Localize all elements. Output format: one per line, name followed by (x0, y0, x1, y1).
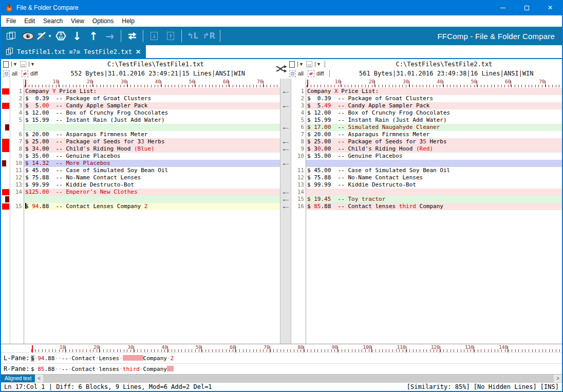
right-editor[interactable]: Company X Price List:$ 0.39 -- Package o… (306, 88, 562, 344)
right-text-line-1[interactable]: Company X Price List: (306, 88, 562, 95)
restore-left-button[interactable]: ↰L (184, 28, 201, 44)
right-text-line-11[interactable]: $ 45.00 -- Case of Simulated Soy Bean Oi… (306, 167, 562, 174)
tab-compare-testfiles[interactable]: TestFile1.txt ≡?≡ TestFile2.txt ✕ (1, 45, 146, 58)
diff-map-block[interactable] (2, 88, 9, 95)
menu-edit[interactable]: Edit (20, 16, 39, 26)
open-file-dropdown-icon[interactable]: ▼ (11, 62, 17, 67)
text-segment: $ 35.00 -- Genuine Placebos (307, 153, 402, 159)
toolbar-separator (143, 30, 143, 42)
right-text-line-7[interactable]: $ 20.00 -- Asparagus Firmness Meter (306, 131, 562, 138)
left-text-line-15[interactable]: $ 94.88 -- Contact Lenses Company 2 (24, 203, 280, 210)
next-difference-button[interactable]: ↓ (69, 28, 85, 44)
save-result-left-button[interactable]: ↓ (146, 28, 162, 44)
left-text-line-2[interactable]: $ 0.39 -- Package of Groat Clusters (24, 95, 280, 102)
merge-left-arrow-icon[interactable]: ← (278, 145, 293, 153)
diff-map-block[interactable] (2, 139, 9, 152)
diff-map-block[interactable] (2, 103, 9, 109)
save-file-dropdown-icon[interactable]: ▼ (29, 62, 35, 67)
diff-map-block[interactable] (2, 203, 9, 210)
diff-map-block[interactable] (2, 160, 6, 166)
merge-left-arrow-icon[interactable]: ← (278, 102, 293, 109)
save-file-dropdown-icon-right[interactable]: ▼ (315, 62, 321, 67)
new-file-icon-right[interactable] (289, 61, 295, 68)
save-result-right-button[interactable]: ↑ (162, 28, 179, 44)
right-text-line-gap[interactable] (306, 160, 562, 167)
merge-left-arrow-icon[interactable]: ← (278, 189, 293, 196)
right-text-line-10[interactable]: $ 35.00 -- Genuine Placebos (306, 153, 562, 160)
left-text-line-6[interactable]: $ 20.00 -- Asparagus Firmness Meter (24, 131, 280, 138)
diff-map-block[interactable] (5, 196, 9, 202)
menu-search[interactable]: Search (39, 16, 67, 26)
view-filter-button[interactable] (20, 28, 36, 44)
menu-help[interactable]: Help (118, 16, 139, 26)
menu-options[interactable]: Options (88, 16, 118, 26)
left-text-line-8[interactable]: $ 34.00 -- Child's Riding Hood (Blue) (24, 145, 280, 153)
show-all-checkbox-left[interactable] (3, 70, 10, 77)
merge-left-arrow-icon[interactable]: ← (278, 196, 293, 203)
open-compare-button[interactable] (3, 28, 20, 44)
diff-overview-map[interactable] (1, 88, 10, 344)
right-text-line-12[interactable]: $ 75.88 -- No-Name Contact Lenses (306, 174, 562, 181)
scroll-left-button[interactable]: < (35, 375, 44, 382)
detail-text-segment: · (167, 355, 171, 362)
hide-unchanged-button[interactable]: ▼ (36, 28, 52, 44)
swap-panes-button[interactable] (276, 59, 287, 79)
hex-compare-button[interactable]: HEX (52, 28, 69, 44)
text-segment: $ 45.00 -- Case of Simulated Soy Bean Oi… (25, 167, 168, 174)
right-text-line-13[interactable]: $ 99.99 -- Kiddie Destructo-Bot (306, 181, 562, 189)
maximize-button[interactable] (515, 0, 538, 15)
save-file-icon-right[interactable] (306, 61, 312, 67)
restore-right-button[interactable]: ↱R (201, 28, 217, 44)
left-text-line-10[interactable]: $ 14.32 -- More Placebos (24, 160, 280, 167)
merge-left-arrow-icon[interactable]: ← (278, 160, 293, 167)
diff-map-block[interactable] (2, 189, 9, 195)
left-text-line-14[interactable]: $125.00 -- Emperor's New Clothes (24, 189, 280, 196)
right-text-line-6[interactable]: $ 17.00 -- Simulated Naugahyde Cleaner (306, 124, 562, 131)
left-text-line-gap[interactable] (24, 124, 280, 131)
right-text-line-5[interactable]: $ 15.99 -- Instant Rain (Just Add Water) (306, 117, 562, 124)
right-text-line-16[interactable]: $ 85.88 -- Contact lenses third Company (306, 203, 562, 210)
new-file-icon[interactable] (3, 61, 9, 68)
aligned-text-tab[interactable]: Aligned text (1, 375, 35, 382)
left-text-line-4[interactable]: $ 12.00 -- Box of Crunchy Frog Chocolate… (24, 109, 280, 117)
recompare-button[interactable] (124, 28, 140, 44)
right-text-line-14[interactable] (306, 189, 562, 196)
left-text-line-1[interactable]: Company Y Price List: (24, 88, 280, 95)
right-text-line-2[interactable]: $ 0.39 -- Package of Groat Clusters (306, 95, 562, 102)
merge-left-arrow-icon[interactable]: ← (278, 88, 293, 95)
left-text-line-9[interactable]: $ 35.00 -- Genuine Placebos (24, 153, 280, 160)
save-file-icon[interactable] (20, 61, 26, 67)
left-text-line-7[interactable]: $ 25.00 -- Package of Seeds for 33 Herbs (24, 138, 280, 145)
merge-left-arrow-icon[interactable]: ← (278, 138, 293, 145)
tab-close-icon[interactable]: ✕ (136, 48, 141, 55)
right-text-line-8[interactable]: $ 25.00 -- Package of Seeds for 35 Herbs (306, 138, 562, 145)
diff-map-block[interactable] (5, 124, 9, 130)
left-text-line-5[interactable]: $ 15.99 -- Instant Rain (Just Add Water) (24, 117, 280, 124)
scrollbar-track[interactable] (44, 375, 553, 382)
show-all-checkbox-right[interactable] (289, 70, 296, 77)
merge-left-arrow-icon[interactable]: ← (278, 124, 293, 131)
goto-difference-button[interactable]: → (102, 28, 118, 44)
scroll-right-button[interactable]: > (553, 375, 562, 382)
dropdown-caret-icon[interactable]: ▼ (48, 34, 52, 39)
minimize-button[interactable] (491, 0, 515, 15)
show-diff-checkbox-left[interactable]: ≠ (22, 70, 28, 77)
show-diff-checkbox-right[interactable]: ≠ (308, 70, 314, 77)
menu-view[interactable]: View (67, 16, 88, 26)
left-editor[interactable]: Company Y Price List:$ 0.39 -- Package o… (24, 88, 280, 344)
open-file-dropdown-icon-right[interactable]: ▼ (297, 62, 304, 67)
close-button[interactable]: ✕ (538, 0, 562, 15)
right-text-line-4[interactable]: $ 12.00 -- Box of Crunchy Frog Chocolate… (306, 109, 562, 117)
detail-text-segment: -- (62, 355, 68, 362)
left-text-line-11[interactable]: $ 45.00 -- Case of Simulated Soy Bean Oi… (24, 167, 280, 174)
right-text-line-15[interactable]: $ 19.45 -- Toy tractor (306, 196, 562, 203)
merge-left-arrow-icon[interactable]: ← (278, 203, 293, 210)
left-text-line-13[interactable]: $ 99.99 -- Kiddie Destructo-Bot (24, 181, 280, 189)
menu-file[interactable]: File (2, 16, 20, 26)
left-text-line-3[interactable]: $ 5.00 -- Candy Apple Sampler Pack (24, 102, 280, 109)
previous-difference-button[interactable]: ↑ (85, 28, 102, 44)
left-text-line-gap[interactable] (24, 196, 280, 203)
left-text-line-12[interactable]: $ 75.88 -- No-Name Contact Lenses (24, 174, 280, 181)
right-text-line-9[interactable]: $ 30.00 -- Child's Riding Hood (Red) (306, 145, 562, 153)
right-text-line-3[interactable]: $ 5.49 -- Candy Apple Sampler Pack (306, 102, 562, 109)
